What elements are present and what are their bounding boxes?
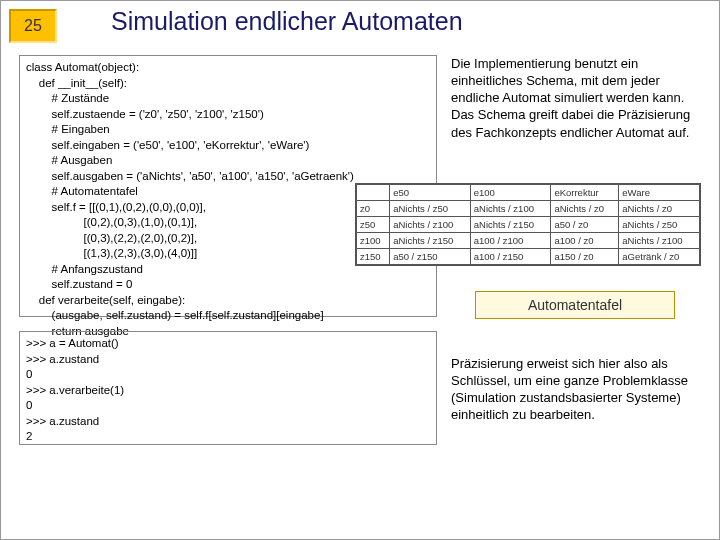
- table-cell: z50: [357, 217, 390, 233]
- table-cell: aNichts / z50: [619, 217, 700, 233]
- table: e50 e100 eKorrektur eWare z0 aNichts / z…: [356, 184, 700, 265]
- table-cell: a100 / z100: [470, 233, 551, 249]
- table-cell: aNichts / z100: [390, 217, 471, 233]
- table-cell: aGetränk / z0: [619, 249, 700, 265]
- table-header: [357, 185, 390, 201]
- slide-number-badge: 25: [9, 9, 57, 43]
- table-cell: aNichts / z0: [619, 201, 700, 217]
- table-header: eKorrektur: [551, 185, 619, 201]
- table-caption: Automatentafel: [475, 291, 675, 319]
- page-title: Simulation endlicher Automaten: [111, 7, 699, 36]
- table-cell: z150: [357, 249, 390, 265]
- table-cell: aNichts / z50: [390, 201, 471, 217]
- table-cell: a50 / z0: [551, 217, 619, 233]
- table-row: z100 aNichts / z150 a100 / z100 a100 / z…: [357, 233, 700, 249]
- table-cell: z100: [357, 233, 390, 249]
- slide: 25 Simulation endlicher Automaten class …: [0, 0, 720, 540]
- table-header: e100: [470, 185, 551, 201]
- table-header-row: e50 e100 eKorrektur eWare: [357, 185, 700, 201]
- table-header: eWare: [619, 185, 700, 201]
- table-cell: a100 / z0: [551, 233, 619, 249]
- table-cell: a50 / z150: [390, 249, 471, 265]
- slide-number-text: 25: [24, 17, 42, 35]
- table-row: z0 aNichts / z50 aNichts / z100 aNichts …: [357, 201, 700, 217]
- table-cell: aNichts / z0: [551, 201, 619, 217]
- automaton-table: e50 e100 eKorrektur eWare z0 aNichts / z…: [355, 183, 701, 266]
- table-cell: a150 / z0: [551, 249, 619, 265]
- table-cell: aNichts / z150: [390, 233, 471, 249]
- table-cell: aNichts / z100: [470, 201, 551, 217]
- explanation-top: Die Implementierung benutzt ein einheitl…: [451, 55, 701, 141]
- table-cell: aNichts / z100: [619, 233, 700, 249]
- table-cell: aNichts / z150: [470, 217, 551, 233]
- table-cell: z0: [357, 201, 390, 217]
- explanation-bottom: Präzisierung erweist sich hier also als …: [451, 355, 701, 424]
- table-cell: a100 / z150: [470, 249, 551, 265]
- table-row: z50 aNichts / z100 aNichts / z150 a50 / …: [357, 217, 700, 233]
- table-header: e50: [390, 185, 471, 201]
- table-row: z150 a50 / z150 a100 / z150 a150 / z0 aG…: [357, 249, 700, 265]
- code-block-repl: >>> a = Automat() >>> a.zustand 0 >>> a.…: [19, 331, 437, 445]
